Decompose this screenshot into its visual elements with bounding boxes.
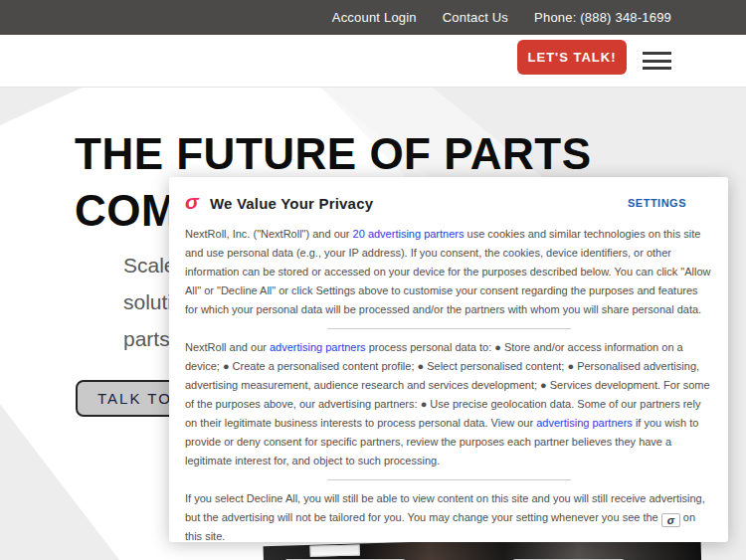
nextroll-logo-icon: σ [185, 192, 199, 212]
privacy-paragraph-1: NextRoll, Inc. ("NextRoll") and our 20 a… [185, 225, 712, 319]
nextroll-inline-icon: σ [661, 513, 680, 527]
privacy-paragraph-2: NextRoll and our advertising partners pr… [185, 338, 712, 470]
privacy-paragraph-3: If you select Decline All, you will stil… [185, 489, 712, 546]
divider [327, 328, 571, 329]
divider [327, 479, 571, 480]
modal-header: σ We Value Your Privacy SETTINGS [185, 190, 712, 216]
p1-text: use cookies and similar technologies on … [185, 228, 711, 315]
lets-talk-button[interactable]: LET'S TALK! [517, 40, 627, 75]
account-login-link[interactable]: Account Login [332, 10, 417, 25]
p1-text: NextRoll, Inc. ("NextRoll") and our [185, 228, 353, 240]
photo-label-chip [310, 544, 360, 556]
p2-text: process personal data to: ● Store and/or… [185, 341, 710, 429]
p3-text: If you select Decline All, you will stil… [185, 492, 705, 523]
advertising-partners-link[interactable]: advertising partners [270, 341, 366, 353]
hero-paragraph-line: soluti [123, 283, 176, 320]
hamburger-menu-icon[interactable] [643, 50, 671, 72]
contact-us-link[interactable]: Contact Us [443, 10, 508, 25]
privacy-consent-modal: σ We Value Your Privacy SETTINGS NextRol… [169, 177, 728, 542]
hero-heading-line1: THE FUTURE OF PARTS [75, 125, 592, 182]
hero-paragraph-line: Scale [123, 247, 176, 283]
modal-title: We Value Your Privacy [210, 195, 628, 212]
hero-paragraph: Scale soluti parts. [123, 247, 176, 357]
hero-paragraph-line: parts. [123, 320, 176, 357]
advertising-partners-link[interactable]: advertising partners [536, 417, 633, 429]
top-utility-bar: Account Login Contact Us Phone: (888) 34… [0, 0, 746, 35]
settings-button[interactable]: SETTINGS [628, 197, 686, 209]
p2-text: NextRoll and our [185, 341, 270, 353]
site-header: LET'S TALK! [0, 35, 746, 88]
advertising-partners-link[interactable]: 20 advertising partners [353, 228, 465, 240]
phone-link[interactable]: Phone: (888) 348-1699 [534, 10, 671, 25]
